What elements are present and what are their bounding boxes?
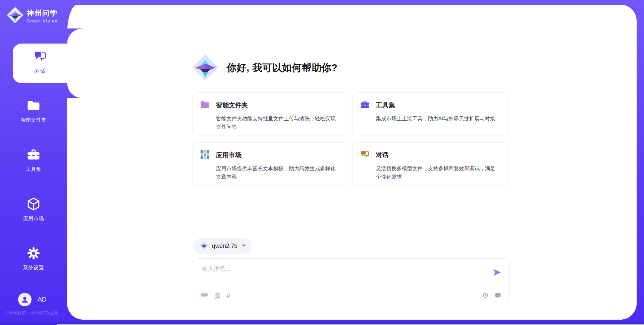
toolbox-icon: [26, 157, 41, 163]
tab-fillet-bottom: [67, 83, 82, 98]
card-title: 应用市场: [216, 151, 241, 159]
card-chat[interactable]: 对话 灵活切换多模型文件，支持多样回复效果调试，满足个性化需求: [352, 142, 508, 185]
model-name: qwen2:7b: [212, 243, 237, 250]
hash-icon[interactable]: #: [226, 292, 230, 299]
feature-cards: 智能文件夹 智能文件夹功能支持批量文件上传与清洗，轻松实现文件问答: [192, 92, 508, 185]
history-icon[interactable]: [482, 292, 489, 300]
brand-logo: 神州问学 Smart Vision: [7, 7, 58, 25]
sidebar-item-label: 对话: [13, 68, 68, 75]
card-description: 灵活切换多模型文件，支持多样回复效果调试，满足个性化需求: [376, 164, 500, 181]
sidebar-item-smart-folder[interactable]: 智能文件夹: [0, 99, 67, 123]
sidebar-item-app-market[interactable]: 应用市场: [0, 197, 67, 222]
send-button[interactable]: [492, 268, 502, 278]
greeting-row: 你好, 我可以如何帮助你?: [192, 54, 337, 82]
tab-fillet-top: [67, 28, 82, 44]
copyright-text: ©神州数码 · 神州问学出品: [5, 310, 58, 316]
avatar: [18, 293, 32, 306]
gear-icon: [26, 256, 41, 261]
brand-name-cn: 神州问学: [27, 8, 58, 18]
cube-icon: [26, 206, 41, 212]
app-window: 你好, 我可以如何帮助你? 智能文件夹 智能文件夹功能支持批量文件上传与清洗，轻…: [0, 0, 644, 325]
card-title: 工具集: [376, 101, 395, 110]
paperclip-icon[interactable]: [201, 291, 208, 300]
composer-divider: [199, 287, 503, 287]
chat-bubble-icon[interactable]: [494, 292, 501, 300]
composer-toolbar: @ #: [201, 291, 230, 300]
grid-icon: [200, 149, 210, 161]
message-input[interactable]: [201, 264, 478, 283]
main-panel: 你好, 我可以如何帮助你? 智能文件夹 智能文件夹功能支持批量文件上传与清洗，轻…: [67, 5, 637, 320]
user-profile[interactable]: AD: [18, 293, 46, 306]
card-description: 智能文件夹功能支持批量文件上传与清洗，轻松实现文件问答: [216, 114, 340, 131]
sidebar: 神州问学 Smart Vision 对话 智能文件夹: [0, 0, 67, 325]
send-icon: [492, 273, 502, 278]
chat-icon: [360, 149, 370, 161]
composer-right-toolbar: [482, 292, 501, 300]
card-title: 对话: [376, 151, 389, 159]
card-description: 集成市场上主流工具，助力AI与外界无缝扩展与对接: [376, 114, 500, 123]
brand-gem-icon: [7, 7, 23, 25]
card-smart-folder[interactable]: 智能文件夹 智能文件夹功能支持批量文件上传与清洗，轻松实现文件问答: [192, 92, 348, 135]
message-composer: @ #: [193, 258, 510, 304]
card-app-market[interactable]: 应用市场 应用市场提供丰富长文本模板，助力高效生成多样化文章内容: [192, 142, 348, 185]
sidebar-item-label: 系统设置: [0, 265, 67, 271]
toolbox-icon: [360, 100, 370, 111]
sidebar-item-label: 工具集: [0, 166, 67, 173]
sidebar-item-label: 应用市场: [0, 215, 67, 222]
model-selector[interactable]: qwen2:7b: [194, 238, 252, 254]
greeting-text: 你好, 我可以如何帮助你?: [227, 61, 337, 75]
folder-icon: [26, 108, 41, 114]
card-title: 智能文件夹: [216, 101, 248, 110]
sidebar-item-label: 智能文件夹: [0, 117, 67, 123]
chevron-down-icon: [241, 243, 246, 249]
user-name: AD: [38, 296, 46, 303]
card-toolset[interactable]: 工具集 集成市场上主流工具，助力AI与外界无缝扩展与对接: [352, 92, 508, 135]
at-icon[interactable]: @: [214, 292, 221, 299]
card-description: 应用市场提供丰富长文本模板，助力高效生成多样化文章内容: [216, 164, 340, 181]
brand-name-en: Smart Vision: [27, 19, 58, 23]
model-gem-icon: [200, 241, 208, 251]
sidebar-item-chat[interactable]: 对话: [13, 44, 68, 83]
sidebar-item-toolset[interactable]: 工具集: [0, 148, 67, 173]
brand-gem-icon: [192, 54, 219, 82]
sidebar-item-settings[interactable]: 系统设置: [0, 246, 67, 271]
chat-icon: [33, 50, 47, 65]
folder-icon: [200, 100, 210, 111]
